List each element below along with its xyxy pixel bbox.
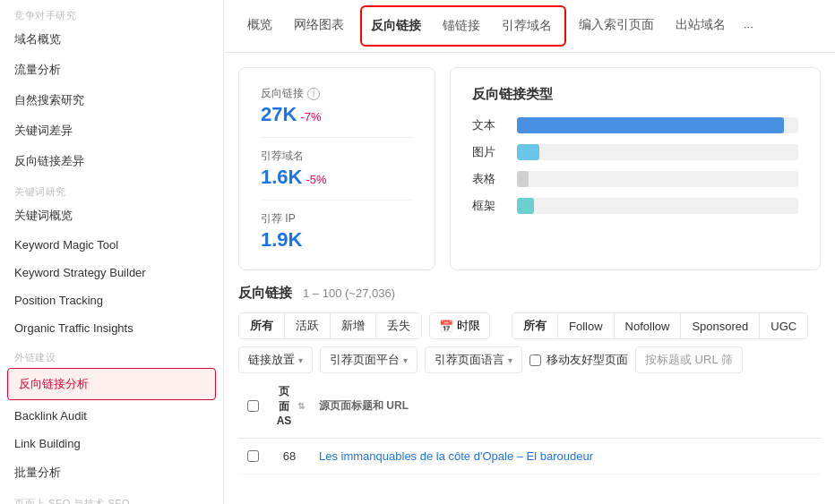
filter-row-1: 所有 活跃 新增 丢失 📅 时限 所有 Follow Nofollow Spon… — [238, 312, 821, 339]
sidebar-section-competitive: 竞争对手研究 — [0, 0, 223, 24]
chart-row-image: 图片 — [472, 144, 798, 160]
referring-domains-value: 1.6K-5% — [261, 166, 413, 189]
chart-bar-wrap-frame — [517, 198, 798, 214]
filter-all[interactable]: 所有 — [239, 313, 285, 338]
chart-title: 反向链接类型 — [472, 86, 798, 103]
table-header: 页面 AS ⇅ 源页面标题和 URL — [238, 373, 821, 439]
title-url-filter[interactable]: 按标题或 URL 筛 — [635, 346, 743, 373]
arrow-down-icon-2: ▾ — [403, 355, 408, 365]
chart-bar-wrap-table — [517, 171, 798, 187]
content-area: 反向链接 i 27K-7% 引荐域名 1.6K-5% 引荐 IP 1.9K — [224, 53, 835, 489]
row-check-col — [238, 450, 267, 462]
tabs-bar: 概览 网络图表 反向链接 锚链接 引荐域名 编入索引页面 出站域名 ··· — [224, 0, 835, 53]
chart-bar-table — [517, 171, 529, 187]
sidebar-item-backlink-analysis[interactable]: 反向链接分析 — [7, 368, 216, 400]
link-filter-all[interactable]: 所有 — [512, 313, 558, 338]
tab-highlight-group: 反向链接 锚链接 引荐域名 — [360, 5, 566, 47]
backlinks-info-icon[interactable]: i — [307, 88, 320, 100]
source-language-label: 引荐页面语言 — [435, 352, 504, 368]
sidebar-section-keyword: 关键词研究 — [0, 176, 223, 201]
sidebar-section-seo: 页面上 SEO 与技术 SEO — [0, 488, 223, 504]
sidebar-item-bulk-analysis[interactable]: 批量分析 — [0, 457, 223, 488]
date-label: 时限 — [457, 318, 480, 334]
filter-row-2: 链接放置 ▾ 引荐页面平台 ▾ 引荐页面语言 ▾ 移动友好型页面 按标题或 UR… — [238, 346, 821, 373]
sidebar-item-keyword-magic-tool[interactable]: Keyword Magic Tool — [0, 231, 223, 259]
backlinks-section-title: 反向链接 — [238, 285, 292, 302]
arrow-down-icon-1: ▾ — [298, 355, 303, 365]
stat-referring-domains: 引荐域名 1.6K-5% — [261, 149, 413, 201]
referring-ip-value: 1.9K — [261, 228, 413, 252]
tab-more[interactable]: ··· — [738, 9, 759, 44]
filter-lost[interactable]: 丢失 — [376, 313, 421, 338]
stats-chart-row: 反向链接 i 27K-7% 引荐域名 1.6K-5% 引荐 IP 1.9K — [238, 67, 821, 270]
chart-label-image: 图片 — [472, 144, 517, 160]
sidebar-item-traffic-analysis[interactable]: 流量分析 — [0, 55, 223, 85]
sidebar-item-keyword-strategy-builder[interactable]: Keyword Strategy Builder — [0, 259, 223, 286]
chart-bar-wrap-text — [517, 117, 798, 133]
sidebar-item-domain-overview[interactable]: 域名概览 — [0, 24, 223, 55]
link-placement-label: 链接放置 — [248, 352, 295, 368]
chart-row-text: 文本 — [472, 117, 798, 133]
row-as-value: 68 — [267, 446, 312, 466]
dropdown-source-language[interactable]: 引荐页面语言 ▾ — [425, 346, 522, 373]
backlinks-section: 反向链接 1 – 100 (~27,036) 所有 活跃 新增 丢失 📅 时限 … — [238, 285, 821, 474]
tab-referring-domains[interactable]: 引荐域名 — [493, 7, 561, 45]
filter-active[interactable]: 活跃 — [285, 313, 331, 338]
dropdown-link-placement[interactable]: 链接放置 ▾ — [238, 346, 313, 373]
chart-row-frame: 框架 — [472, 198, 798, 214]
dropdown-source-platform[interactable]: 引荐页面平台 ▾ — [320, 346, 418, 373]
sidebar-item-keyword-overview[interactable]: 关键词概览 — [0, 201, 223, 231]
tab-network-map[interactable]: 网络图表 — [285, 6, 353, 46]
sidebar-item-position-tracking[interactable]: Position Tracking — [0, 286, 223, 314]
th-page-as[interactable]: 页面 AS ⇅ — [267, 380, 312, 431]
stat-backlinks: 反向链接 i 27K-7% — [261, 86, 413, 138]
sort-icon-as: ⇅ — [297, 401, 305, 411]
source-platform-label: 引荐页面平台 — [330, 352, 400, 368]
main-content: 概览 网络图表 反向链接 锚链接 引荐域名 编入索引页面 出站域名 ··· 反向… — [224, 0, 835, 504]
referring-domains-label: 引荐域名 — [261, 149, 413, 164]
sidebar-item-organic-traffic-insights[interactable]: Organic Traffic Insights — [0, 314, 223, 342]
mobile-friendly-filter[interactable]: 移动友好型页面 — [529, 352, 628, 368]
row-title[interactable]: Les immanquables de la côte d'Opale – El… — [312, 446, 821, 466]
select-all-checkbox[interactable] — [247, 400, 259, 412]
stat-referring-ip: 引荐 IP 1.9K — [261, 211, 413, 252]
tab-outbound-domains[interactable]: 出站域名 — [667, 6, 735, 46]
table-row: 68 Les immanquables de la côte d'Opale –… — [238, 439, 821, 474]
link-type-filter-group: 所有 Follow Nofollow Sponsored UGC — [512, 312, 808, 339]
mobile-friendly-label: 移动友好型页面 — [547, 352, 628, 368]
link-filter-sponsored[interactable]: Sponsored — [681, 313, 760, 338]
stats-card: 反向链接 i 27K-7% 引荐域名 1.6K-5% 引荐 IP 1.9K — [238, 67, 435, 270]
chart-bar-text — [517, 117, 784, 133]
tab-indexed-pages[interactable]: 编入索引页面 — [570, 6, 663, 46]
calendar-icon: 📅 — [439, 320, 453, 333]
filter-new[interactable]: 新增 — [331, 313, 376, 338]
sidebar: 竞争对手研究 域名概览 流量分析 自然搜索研究 关键词差异 反向链接差异 关键词… — [0, 0, 224, 504]
select-all-col — [238, 400, 267, 412]
row-checkbox[interactable] — [247, 450, 259, 462]
referring-ip-label: 引荐 IP — [261, 211, 413, 226]
mobile-friendly-checkbox[interactable] — [529, 355, 541, 366]
date-filter[interactable]: 📅 时限 — [429, 312, 490, 339]
arrow-down-icon-3: ▾ — [508, 355, 512, 365]
link-filter-nofollow[interactable]: Nofollow — [615, 313, 682, 338]
chart-label-frame: 框架 — [472, 198, 517, 214]
link-filter-follow[interactable]: Follow — [558, 313, 615, 338]
sidebar-item-organic-research[interactable]: 自然搜索研究 — [0, 85, 223, 115]
sidebar-item-keyword-gap[interactable]: 关键词差异 — [0, 115, 223, 146]
backlinks-value: 27K-7% — [261, 103, 413, 126]
sidebar-item-backlink-audit[interactable]: Backlink Audit — [0, 402, 223, 430]
tab-backlinks[interactable]: 反向链接 — [362, 7, 430, 45]
backlinks-label: 反向链接 i — [261, 86, 413, 101]
sidebar-item-backlink-gap[interactable]: 反向链接差异 — [0, 146, 223, 176]
chart-card: 反向链接类型 文本 图片 表格 — [450, 67, 821, 270]
type-filter-group: 所有 活跃 新增 丢失 — [238, 312, 422, 339]
chart-bar-image — [517, 144, 539, 160]
sidebar-item-link-building[interactable]: Link Building — [0, 430, 223, 457]
tab-anchor[interactable]: 锚链接 — [434, 7, 489, 45]
sidebar-section-links: 外链建设 — [0, 342, 223, 366]
tab-overview[interactable]: 概览 — [238, 6, 281, 46]
link-filter-ugc[interactable]: UGC — [760, 313, 807, 338]
backlinks-section-range: 1 – 100 (~27,036) — [303, 286, 395, 300]
chart-label-text: 文本 — [472, 117, 517, 133]
th-source-title: 源页面标题和 URL — [312, 395, 821, 417]
